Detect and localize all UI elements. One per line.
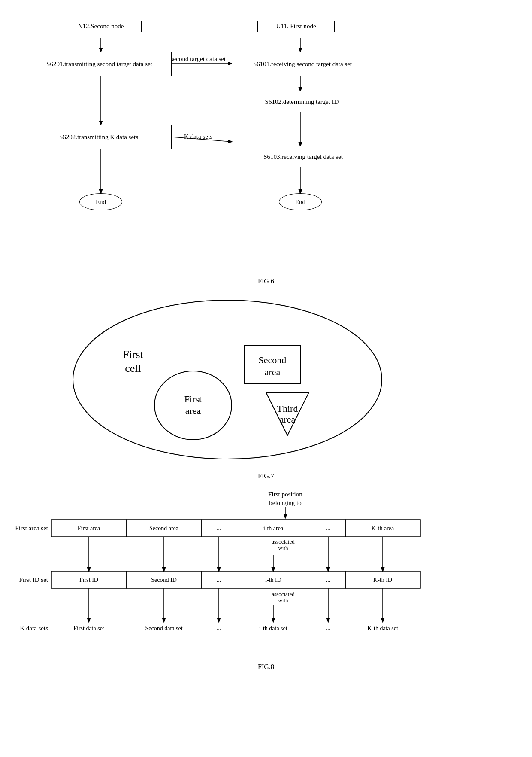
fig7-label: FIG.7: [0, 472, 532, 480]
svg-text:K data sets: K data sets: [20, 625, 48, 632]
svg-text:First ID: First ID: [79, 577, 98, 583]
svg-text:First area set: First area set: [15, 525, 48, 532]
svg-text:area: area: [280, 414, 296, 425]
svg-text:Second area: Second area: [149, 525, 179, 532]
fig7-diagram: First cell First area Second area Third …: [0, 289, 532, 470]
svg-text:...: ...: [217, 625, 221, 632]
s6102-box: S6102.determining target ID: [232, 91, 373, 112]
svg-point-11: [73, 300, 382, 459]
svg-text:with: with: [278, 597, 288, 604]
svg-text:...: ...: [326, 525, 331, 532]
n12-node: N12.Second node: [60, 21, 142, 32]
svg-text:Second data set: Second data set: [145, 625, 182, 632]
svg-text:K-th data set: K-th data set: [367, 625, 398, 632]
svg-text:Second ID: Second ID: [151, 577, 177, 583]
svg-text:First ID set: First ID set: [19, 576, 48, 583]
fig6-diagram: second target data set K data sets N12.S…: [0, 9, 532, 275]
svg-text:...: ...: [217, 525, 221, 532]
svg-text:i-th data set: i-th data set: [259, 625, 287, 632]
svg-text:...: ...: [326, 625, 331, 632]
svg-text:First data set: First data set: [73, 625, 104, 632]
svg-text:associated: associated: [272, 591, 295, 597]
svg-text:Second: Second: [259, 355, 287, 365]
s6101-box: S6101.receiving second target data set: [232, 52, 373, 76]
svg-text:belonging to: belonging to: [269, 499, 301, 506]
s6103-box: S6103.receiving target data set: [232, 146, 373, 167]
svg-text:...: ...: [326, 577, 331, 583]
svg-text:area: area: [185, 405, 201, 416]
svg-line-6: [167, 137, 232, 142]
fig8-diagram: First position belonging to First area s…: [0, 489, 532, 660]
fig6-label: FIG.6: [0, 277, 532, 285]
svg-text:K-th ID: K-th ID: [373, 577, 392, 583]
svg-text:area: area: [265, 367, 281, 377]
svg-text:First area: First area: [78, 525, 100, 532]
svg-text:i-th area: i-th area: [263, 525, 284, 532]
end-oval-2: End: [279, 193, 322, 210]
svg-text:with: with: [278, 545, 288, 551]
svg-text:First position: First position: [268, 491, 302, 498]
svg-text:First: First: [184, 394, 202, 404]
svg-text:...: ...: [217, 577, 221, 583]
svg-text:First: First: [123, 348, 143, 361]
end-oval-1: End: [79, 193, 122, 210]
svg-text:associated: associated: [272, 538, 295, 545]
s6201-box: S6201.transmitting second target data se…: [26, 52, 172, 76]
svg-text:second target data set: second target data set: [171, 55, 226, 62]
svg-text:K data sets: K data sets: [184, 133, 212, 140]
s6202-box: S6202.transmitting K data sets: [26, 125, 172, 149]
fig8-svg: First position belonging to First area s…: [0, 489, 532, 669]
u11-node: U11. First node: [257, 21, 335, 32]
svg-text:i-th ID: i-th ID: [265, 577, 281, 583]
svg-text:K-th area: K-th area: [372, 525, 394, 532]
svg-text:cell: cell: [125, 362, 141, 374]
fig7-svg: First cell First area Second area Third …: [0, 289, 532, 470]
svg-text:Third: Third: [277, 403, 298, 414]
